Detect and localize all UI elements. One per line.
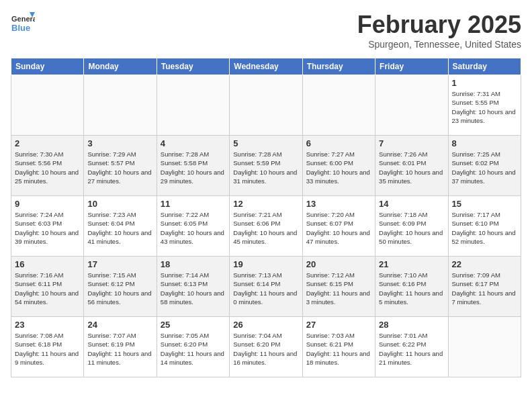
calendar-cell	[302, 75, 375, 136]
calendar-cell: 12Sunrise: 7:21 AM Sunset: 6:06 PM Dayli…	[230, 196, 302, 257]
day-info: Sunrise: 7:26 AM Sunset: 6:01 PM Dayligh…	[379, 150, 444, 185]
week-row-3: 9Sunrise: 7:24 AM Sunset: 6:03 PM Daylig…	[11, 196, 521, 257]
calendar-cell: 27Sunrise: 7:03 AM Sunset: 6:21 PM Dayli…	[302, 317, 375, 377]
calendar-cell: 11Sunrise: 7:22 AM Sunset: 6:05 PM Dayli…	[157, 196, 229, 257]
day-info: Sunrise: 7:30 AM Sunset: 5:56 PM Dayligh…	[15, 150, 80, 185]
month-year-title: February 2025	[357, 11, 521, 39]
calendar-cell: 13Sunrise: 7:20 AM Sunset: 6:07 PM Dayli…	[302, 196, 375, 257]
day-header-tuesday: Tuesday	[157, 58, 229, 75]
day-info: Sunrise: 7:18 AM Sunset: 6:09 PM Dayligh…	[379, 210, 444, 246]
calendar-cell	[448, 317, 521, 377]
day-number: 1	[452, 78, 517, 88]
logo-svg: General Blue	[11, 11, 35, 35]
calendar-cell: 17Sunrise: 7:15 AM Sunset: 6:12 PM Dayli…	[84, 257, 157, 317]
day-number: 14	[379, 199, 444, 209]
calendar-table: SundayMondayTuesdayWednesdayThursdayFrid…	[11, 58, 521, 377]
calendar-cell: 15Sunrise: 7:17 AM Sunset: 6:10 PM Dayli…	[448, 196, 521, 257]
day-info: Sunrise: 7:24 AM Sunset: 6:03 PM Dayligh…	[15, 210, 80, 246]
day-number: 20	[306, 259, 371, 269]
calendar-cell: 26Sunrise: 7:04 AM Sunset: 6:20 PM Dayli…	[230, 317, 302, 377]
calendar-cell: 24Sunrise: 7:07 AM Sunset: 6:19 PM Dayli…	[84, 317, 157, 377]
day-info: Sunrise: 7:04 AM Sunset: 6:20 PM Dayligh…	[233, 331, 298, 367]
calendar-cell: 8Sunrise: 7:25 AM Sunset: 6:02 PM Daylig…	[448, 136, 521, 196]
day-number: 11	[161, 199, 226, 209]
day-number: 27	[306, 320, 371, 330]
calendar-cell: 3Sunrise: 7:29 AM Sunset: 5:57 PM Daylig…	[84, 136, 157, 196]
calendar-cell	[157, 75, 229, 136]
day-info: Sunrise: 7:12 AM Sunset: 6:15 PM Dayligh…	[306, 271, 371, 306]
day-number: 13	[306, 199, 371, 209]
week-row-1: 1Sunrise: 7:31 AM Sunset: 5:55 PM Daylig…	[11, 75, 521, 136]
day-number: 9	[15, 199, 80, 209]
day-number: 18	[161, 259, 226, 269]
day-header-sunday: Sunday	[11, 58, 84, 75]
day-info: Sunrise: 7:31 AM Sunset: 5:55 PM Dayligh…	[452, 89, 517, 125]
day-header-wednesday: Wednesday	[230, 58, 302, 75]
day-number: 21	[379, 259, 444, 269]
calendar-cell: 4Sunrise: 7:28 AM Sunset: 5:58 PM Daylig…	[157, 136, 229, 196]
day-number: 28	[379, 320, 444, 330]
logo: General Blue	[11, 11, 35, 35]
day-header-thursday: Thursday	[302, 58, 375, 75]
day-info: Sunrise: 7:29 AM Sunset: 5:57 PM Dayligh…	[87, 150, 152, 185]
day-info: Sunrise: 7:25 AM Sunset: 6:02 PM Dayligh…	[452, 150, 517, 185]
day-info: Sunrise: 7:09 AM Sunset: 6:17 PM Dayligh…	[452, 271, 517, 306]
day-info: Sunrise: 7:27 AM Sunset: 6:00 PM Dayligh…	[306, 150, 371, 185]
day-number: 4	[161, 138, 226, 148]
calendar-cell: 25Sunrise: 7:05 AM Sunset: 6:20 PM Dayli…	[157, 317, 229, 377]
calendar-cell: 19Sunrise: 7:13 AM Sunset: 6:14 PM Dayli…	[230, 257, 302, 317]
day-info: Sunrise: 7:20 AM Sunset: 6:07 PM Dayligh…	[306, 210, 371, 246]
day-number: 5	[233, 138, 298, 148]
day-info: Sunrise: 7:21 AM Sunset: 6:06 PM Dayligh…	[233, 210, 298, 246]
calendar-cell	[375, 75, 448, 136]
day-number: 23	[15, 320, 80, 330]
calendar-cell: 10Sunrise: 7:23 AM Sunset: 6:04 PM Dayli…	[84, 196, 157, 257]
day-info: Sunrise: 7:23 AM Sunset: 6:04 PM Dayligh…	[87, 210, 152, 246]
day-number: 25	[161, 320, 226, 330]
week-row-4: 16Sunrise: 7:16 AM Sunset: 6:11 PM Dayli…	[11, 257, 521, 317]
day-number: 15	[452, 199, 517, 209]
day-info: Sunrise: 7:08 AM Sunset: 6:18 PM Dayligh…	[15, 331, 80, 367]
day-number: 6	[306, 138, 371, 148]
day-info: Sunrise: 7:16 AM Sunset: 6:11 PM Dayligh…	[15, 271, 80, 306]
day-info: Sunrise: 7:28 AM Sunset: 5:58 PM Dayligh…	[161, 150, 226, 185]
svg-text:General: General	[11, 15, 35, 23]
calendar-cell: 1Sunrise: 7:31 AM Sunset: 5:55 PM Daylig…	[448, 75, 521, 136]
calendar-cell: 14Sunrise: 7:18 AM Sunset: 6:09 PM Dayli…	[375, 196, 448, 257]
day-info: Sunrise: 7:15 AM Sunset: 6:12 PM Dayligh…	[87, 271, 152, 306]
day-info: Sunrise: 7:05 AM Sunset: 6:20 PM Dayligh…	[161, 331, 226, 367]
day-number: 16	[15, 259, 80, 269]
day-info: Sunrise: 7:14 AM Sunset: 6:13 PM Dayligh…	[161, 271, 226, 306]
day-number: 19	[233, 259, 298, 269]
week-row-2: 2Sunrise: 7:30 AM Sunset: 5:56 PM Daylig…	[11, 136, 521, 196]
calendar-cell: 20Sunrise: 7:12 AM Sunset: 6:15 PM Dayli…	[302, 257, 375, 317]
calendar-cell	[11, 75, 84, 136]
title-block: February 2025 Spurgeon, Tennessee, Unite…	[357, 11, 521, 50]
calendar-cell: 6Sunrise: 7:27 AM Sunset: 6:00 PM Daylig…	[302, 136, 375, 196]
day-info: Sunrise: 7:28 AM Sunset: 5:59 PM Dayligh…	[233, 150, 298, 185]
day-number: 22	[452, 259, 517, 269]
page-header: General Blue February 2025 Spurgeon, Ten…	[11, 11, 521, 50]
day-info: Sunrise: 7:17 AM Sunset: 6:10 PM Dayligh…	[452, 210, 517, 246]
day-number: 12	[233, 199, 298, 209]
calendar-cell: 28Sunrise: 7:01 AM Sunset: 6:22 PM Dayli…	[375, 317, 448, 377]
day-number: 7	[379, 138, 444, 148]
day-number: 17	[87, 259, 152, 269]
day-header-saturday: Saturday	[448, 58, 521, 75]
day-number: 2	[15, 138, 80, 148]
calendar-cell: 2Sunrise: 7:30 AM Sunset: 5:56 PM Daylig…	[11, 136, 84, 196]
location-subtitle: Spurgeon, Tennessee, United States	[357, 39, 521, 50]
calendar-cell: 16Sunrise: 7:16 AM Sunset: 6:11 PM Dayli…	[11, 257, 84, 317]
day-number: 26	[233, 320, 298, 330]
calendar-cell: 18Sunrise: 7:14 AM Sunset: 6:13 PM Dayli…	[157, 257, 229, 317]
day-number: 3	[87, 138, 152, 148]
calendar-cell: 21Sunrise: 7:10 AM Sunset: 6:16 PM Dayli…	[375, 257, 448, 317]
calendar-cell: 22Sunrise: 7:09 AM Sunset: 6:17 PM Dayli…	[448, 257, 521, 317]
calendar-cell: 23Sunrise: 7:08 AM Sunset: 6:18 PM Dayli…	[11, 317, 84, 377]
days-header-row: SundayMondayTuesdayWednesdayThursdayFrid…	[11, 58, 521, 75]
week-row-5: 23Sunrise: 7:08 AM Sunset: 6:18 PM Dayli…	[11, 317, 521, 377]
calendar-cell	[84, 75, 157, 136]
day-info: Sunrise: 7:03 AM Sunset: 6:21 PM Dayligh…	[306, 331, 371, 367]
svg-text:Blue: Blue	[11, 23, 30, 33]
calendar-cell: 5Sunrise: 7:28 AM Sunset: 5:59 PM Daylig…	[230, 136, 302, 196]
